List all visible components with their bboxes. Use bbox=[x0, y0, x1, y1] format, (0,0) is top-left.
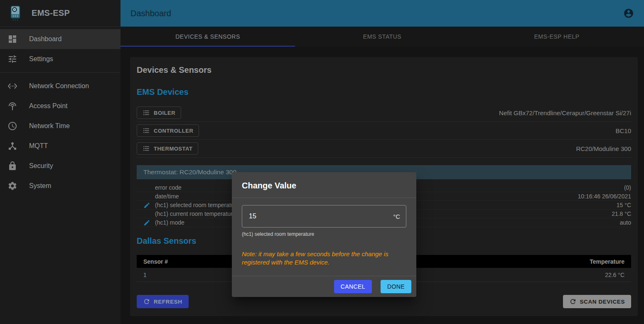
done-button[interactable]: DONE bbox=[381, 280, 411, 293]
note-text: Note: it may take a few seconds before t… bbox=[242, 250, 400, 267]
dialog-title: Change Value bbox=[232, 172, 416, 198]
cancel-button[interactable]: CANCEL bbox=[334, 280, 372, 293]
value-field: °C bbox=[242, 205, 406, 228]
value-input[interactable] bbox=[249, 213, 393, 220]
helper-text: (hc1) selected room temperature bbox=[242, 231, 406, 237]
unit-adornment: °C bbox=[393, 213, 400, 220]
dialog-actions: CANCEL DONE bbox=[232, 276, 416, 297]
change-value-dialog: Change Value °C (hc1) selected room temp… bbox=[232, 172, 416, 297]
